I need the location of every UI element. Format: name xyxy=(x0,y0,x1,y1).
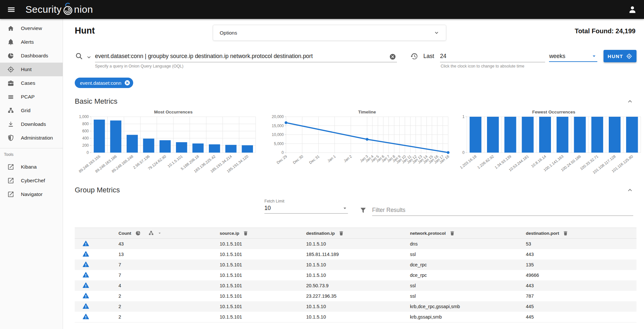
caret-down-icon[interactable] xyxy=(157,231,162,235)
network-icon xyxy=(7,107,14,114)
table-row[interactable]: 410.1.5.10120.50.73.9ssl443 xyxy=(75,280,636,291)
timeline-chart[interactable]: Timeline05,00010,00015,00020,000Dec 29De… xyxy=(267,109,450,177)
query-input[interactable] xyxy=(95,50,397,62)
sidebar-item-grid[interactable]: Grid xyxy=(0,104,63,117)
table-cell: 10.1.5.10 xyxy=(306,241,410,247)
time-value-input[interactable] xyxy=(440,50,545,62)
sidebar-item-downloads[interactable]: Downloads xyxy=(0,117,63,131)
remove-column-icon[interactable] xyxy=(338,231,344,236)
table-row[interactable]: 710.1.5.10110.1.5.10dce_rpc49666 xyxy=(75,270,636,280)
warning-triangle-icon[interactable] xyxy=(82,292,89,299)
most-occurrences-chart[interactable]: Most Occurrences02004006008001,00089.248… xyxy=(75,109,258,177)
remove-filter-icon[interactable] xyxy=(124,80,131,86)
menu-icon[interactable] xyxy=(7,5,16,14)
bell-icon xyxy=(7,38,14,46)
table-cell: 10.1.5.101 xyxy=(220,283,306,288)
sidebar-item-cyberchef[interactable]: CyberChef xyxy=(0,174,63,187)
sidebar-item-hunt[interactable]: Hunt xyxy=(0,63,63,76)
external-link-icon xyxy=(7,191,14,198)
table-cell: dce_rpc xyxy=(410,262,526,267)
filter-chip[interactable]: event.dataset:conn xyxy=(75,78,133,88)
sidebar-item-pcap[interactable]: PCAP xyxy=(0,90,63,104)
warning-triangle-icon[interactable] xyxy=(82,271,89,278)
sidebar-item-overview[interactable]: Overview xyxy=(0,22,63,35)
column-header-destination-port[interactable]: destination.port xyxy=(526,231,559,236)
search-icon[interactable] xyxy=(75,52,83,60)
sidebar-item-dashboards[interactable]: Dashboards xyxy=(0,49,63,63)
table-cell: 10.1.5.10 xyxy=(306,304,410,309)
query-history-chevron-icon[interactable] xyxy=(86,54,92,60)
remove-column-icon[interactable] xyxy=(243,231,248,236)
fewest-occurrences-chart[interactable]: Fewest Occurrences011.203.16.181.226.62.… xyxy=(460,109,643,177)
table-cell: 787 xyxy=(526,293,636,299)
table-cell: 10.1.5.101 xyxy=(220,262,306,267)
table-cell: 185.81.114.189 xyxy=(306,252,410,257)
svg-text:1.226.62.92: 1.226.62.92 xyxy=(477,154,495,170)
warning-triangle-icon[interactable] xyxy=(82,303,89,310)
crosshair-icon xyxy=(7,66,14,73)
column-header-destination-ip[interactable]: destination.ip xyxy=(306,231,335,236)
column-header-count[interactable]: Count xyxy=(118,231,131,236)
remove-column-icon[interactable] xyxy=(449,231,455,236)
sidebar-item-alerts[interactable]: Alerts xyxy=(0,35,63,49)
pie-chart-toggle-icon[interactable] xyxy=(135,230,141,236)
svg-text:0: 0 xyxy=(463,150,465,155)
chevron-down-icon[interactable] xyxy=(434,30,439,36)
sidebar-item-label: Kibana xyxy=(21,164,37,170)
sidebar-item-administration[interactable]: Administration xyxy=(0,131,63,145)
column-header-source-ip[interactable]: source.ip xyxy=(220,231,239,236)
home-icon xyxy=(7,25,14,32)
collapse-group-metrics-icon[interactable] xyxy=(627,187,633,193)
table-header-row: Count source.ip destination.ip network.p… xyxy=(75,228,636,239)
warning-triangle-icon[interactable] xyxy=(82,282,89,289)
filter-results-input[interactable] xyxy=(372,205,633,216)
table-cell: ssl xyxy=(410,293,526,299)
table-cell: 443 xyxy=(526,283,636,288)
svg-text:Fewest Occurrences: Fewest Occurrences xyxy=(532,110,575,114)
svg-text:Dec 31: Dec 31 xyxy=(308,154,320,165)
table-row[interactable]: 4310.1.5.10110.1.5.10dns53 xyxy=(75,239,636,249)
table-row[interactable]: 210.1.5.10110.1.5.10krb,gssapi,smb445 xyxy=(75,312,636,322)
fetch-limit-label: Fetch Limit xyxy=(264,199,348,203)
collapse-basic-metrics-icon[interactable] xyxy=(627,98,633,105)
table-cell: 2 xyxy=(118,314,220,320)
clear-query-icon[interactable] xyxy=(389,53,396,60)
table-row[interactable]: 210.1.5.10110.1.5.10krb,dce_rpc,gssapi,s… xyxy=(75,301,636,312)
warning-triangle-icon[interactable] xyxy=(82,240,89,247)
pie-icon xyxy=(7,52,14,59)
table-row[interactable]: 710.1.5.10110.1.5.10dce_rpc135 xyxy=(75,260,636,270)
sidebar-item-label: Navigator xyxy=(21,191,42,197)
warning-triangle-icon[interactable] xyxy=(82,313,89,320)
sidebar-item-label: Cases xyxy=(21,80,35,86)
time-unit-select[interactable]: weeks xyxy=(549,51,597,62)
hunt-button[interactable]: HUNT xyxy=(604,50,636,62)
user-account-icon[interactable] xyxy=(628,5,637,14)
options-label: Options xyxy=(220,30,237,36)
sidebar-item-label: Grid xyxy=(21,108,30,113)
table-row[interactable]: 210.1.5.10123.227.196.35ssl787 xyxy=(75,291,636,301)
table-cell: 4 xyxy=(118,283,220,288)
table-partial-row xyxy=(75,322,636,326)
warning-triangle-icon[interactable] xyxy=(82,250,89,258)
svg-text:10.8.16.14: 10.8.16.14 xyxy=(530,154,547,168)
options-expander[interactable]: Options xyxy=(213,25,446,41)
table-cell: 2 xyxy=(118,293,220,299)
svg-text:200: 200 xyxy=(82,143,89,148)
warning-triangle-icon[interactable] xyxy=(82,261,89,268)
remove-column-icon[interactable] xyxy=(563,231,568,236)
caret-down-icon[interactable] xyxy=(591,53,597,59)
fetch-limit-select[interactable]: 10 xyxy=(264,203,348,214)
column-header-network-protocol[interactable]: network.protocol xyxy=(410,231,446,236)
sidebar-item-kibana[interactable]: Kibana xyxy=(0,160,63,174)
caret-down-icon[interactable] xyxy=(342,205,348,211)
sidebar-item-cases[interactable]: Cases xyxy=(0,76,63,90)
svg-text:Jan 2: Jan 2 xyxy=(343,154,353,163)
table-row[interactable]: 1310.1.5.101185.81.114.189ssl443 xyxy=(75,249,636,260)
table-cell: 10.1.5.10 xyxy=(306,314,410,320)
sidebar-item-navigator[interactable]: Navigator xyxy=(0,187,63,201)
svg-text:Timeline: Timeline xyxy=(358,110,376,114)
clock-history-icon[interactable] xyxy=(410,52,418,60)
table-cell: 10.1.5.101 xyxy=(220,273,306,278)
groupby-graph-icon[interactable] xyxy=(148,230,154,236)
table-cell: 445 xyxy=(526,314,636,320)
